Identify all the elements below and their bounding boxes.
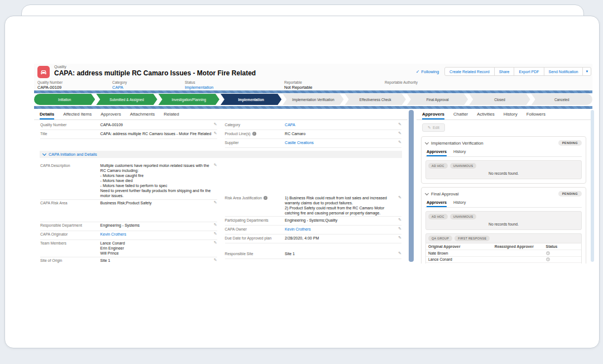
original-approver: Lance Conard xyxy=(428,257,495,261)
summary-value-link[interactable]: Implementation xyxy=(185,85,284,90)
info-icon[interactable]: i xyxy=(264,196,267,200)
field-label: Team Members xyxy=(40,241,100,246)
summary-value-link[interactable]: CAPA xyxy=(112,85,185,90)
field-label: Category xyxy=(225,122,285,128)
field-value: 1) Business Risk could result from lost … xyxy=(285,195,396,215)
edit-button-label: Edit xyxy=(433,126,439,130)
accent-bar-top xyxy=(34,90,592,93)
following-toggle[interactable]: ✓ Following xyxy=(416,69,439,74)
tab-details[interactable]: Details xyxy=(40,112,54,119)
field-value: Business Risk;Product Safety xyxy=(100,200,212,205)
inline-edit-icon[interactable]: ✎ xyxy=(214,131,217,136)
path-stage-implementation-verification[interactable]: Implementation Verification xyxy=(283,94,343,105)
approver-group-badges: QA GROUP FIRST RESPONSE xyxy=(425,233,582,243)
more-actions-button[interactable]: ▾ xyxy=(582,67,591,76)
subtab-approvers[interactable]: Approvers xyxy=(427,149,447,156)
tab-approvers[interactable]: Approvers xyxy=(422,112,444,119)
field-value-link[interactable]: Kevin Crothers xyxy=(100,232,212,237)
export-pdf-button[interactable]: Export PDF xyxy=(514,67,544,76)
field-label: Due Date for Approved plan xyxy=(225,236,285,241)
section-capa-initiation-and-details[interactable]: CAPA Initiation and Details xyxy=(40,151,402,158)
edit-button[interactable]: ✎ Edit xyxy=(422,123,445,132)
approval-card-implementation-verification: Implementation Verification PENDING Appr… xyxy=(421,136,586,184)
car-icon xyxy=(39,68,48,76)
field-label: Risk Area Justificationi xyxy=(225,195,285,201)
inline-edit-icon[interactable]: ✎ xyxy=(214,122,217,127)
first-response-badge: FIRST RESPONSE xyxy=(454,236,490,241)
tab-related[interactable]: Related xyxy=(164,112,179,119)
field-label: Responsible Site xyxy=(225,251,285,257)
inline-edit-icon[interactable]: ✎ xyxy=(214,200,217,205)
object-label: Quality xyxy=(54,65,256,69)
path-stage-final-approval[interactable]: Final Approval xyxy=(407,94,468,105)
tab-history[interactable]: History xyxy=(504,112,518,119)
approval-card-header[interactable]: Implementation Verification PENDING xyxy=(425,140,582,146)
field-value: Engineering - Systems;Quality xyxy=(285,218,396,223)
subtab-approvers[interactable]: Approvers xyxy=(427,200,447,207)
inline-edit-icon[interactable]: ✎ xyxy=(398,140,401,145)
approval-card-header[interactable]: Final Approval PENDING xyxy=(425,191,582,197)
inline-edit-icon[interactable]: ✎ xyxy=(398,195,401,200)
field-value-link[interactable]: Castle Creations xyxy=(285,140,396,145)
tab-affected-items[interactable]: Affected Items xyxy=(63,112,92,119)
subtab-history[interactable]: History xyxy=(453,149,466,156)
path-stage-closed[interactable]: Closed xyxy=(469,94,530,105)
field-value-link[interactable]: CAPA xyxy=(285,122,396,127)
send-notification-button[interactable]: Send Notification xyxy=(544,67,583,76)
tab-activities[interactable]: Activities xyxy=(477,112,495,119)
field-label: Product Line(s)i xyxy=(225,131,285,137)
inline-edit-icon[interactable]: ✎ xyxy=(398,236,401,240)
field-column-left: CAPA Description Multiple customers have… xyxy=(36,162,221,264)
inline-edit-icon[interactable]: ✎ xyxy=(214,241,217,245)
path-stage-canceled[interactable]: Canceled xyxy=(532,94,592,105)
record-detail-panel: Details Affected Items Approvers Attachm… xyxy=(34,109,408,264)
field-row-title: Title CAPA: address multiple RC Camaro I… xyxy=(40,130,217,139)
approval-card-subtabs: Approvers History xyxy=(425,199,582,208)
tab-chatter[interactable]: Chatter xyxy=(453,112,468,119)
field-row-capa-owner: CAPA Owner Kevin Crothers ✎ xyxy=(225,226,402,234)
right-panel-scrollbar[interactable] xyxy=(591,110,594,262)
quality-app-icon xyxy=(37,66,50,78)
path-stage-initiation[interactable]: Initiation xyxy=(34,94,95,105)
approval-type-badges: AD HOC UNANIMOUS xyxy=(428,163,579,169)
inline-edit-icon[interactable]: ✎ xyxy=(398,131,401,136)
empty-state-text: No records found. xyxy=(428,222,579,226)
inline-edit-icon[interactable]: ✎ xyxy=(214,232,217,236)
field-column-right: Risk Area Justificationi 1) Business Ris… xyxy=(221,162,406,264)
field-row-site-of-origin: Site of Origin Site 1 ✎ xyxy=(40,257,217,264)
inline-edit-icon[interactable]: ✎ xyxy=(214,223,217,227)
share-button[interactable]: Share xyxy=(494,67,515,76)
tab-attachments[interactable]: Attachments xyxy=(130,112,155,119)
path-stage-label: Submitted & Assigned xyxy=(109,98,144,102)
empty-state-text: No records found. xyxy=(428,171,579,175)
left-panel-scrollbar[interactable] xyxy=(409,110,414,262)
path-stage-investigation-planning[interactable]: Investigation/Planning xyxy=(159,94,219,105)
status-cell xyxy=(546,251,579,255)
unanimous-badge: UNANIMOUS xyxy=(450,214,477,219)
column-spacer xyxy=(225,162,402,194)
column-spacer xyxy=(225,243,402,250)
create-related-record-button[interactable]: Create Related Record xyxy=(444,67,495,76)
column-header: Status xyxy=(546,245,579,248)
summary-status: Status Implementation xyxy=(185,80,284,90)
inline-edit-icon[interactable]: ✎ xyxy=(398,227,401,231)
field-value: Site 1 xyxy=(285,251,396,256)
summary-reportable: Reportable Not Reportable xyxy=(284,80,385,90)
path-stage-submitted-assigned[interactable]: Submitted & Assigned xyxy=(96,94,157,105)
subtab-history[interactable]: History xyxy=(453,200,466,207)
field-value-link[interactable]: Kevin Crothers xyxy=(285,227,396,232)
field-value: Lance Conard Erin Engineer Will Prince xyxy=(100,241,212,256)
approval-type-badges: AD HOC UNANIMOUS xyxy=(428,214,579,219)
tab-approvers[interactable]: Approvers xyxy=(100,112,121,119)
status-badge: PENDING xyxy=(558,140,582,146)
path-stage-implementation[interactable]: Implementation xyxy=(221,94,281,105)
inline-edit-icon[interactable]: ✎ xyxy=(398,251,401,256)
inline-edit-icon[interactable]: ✎ xyxy=(214,163,217,167)
tab-followers[interactable]: Followers xyxy=(527,112,545,119)
info-icon[interactable]: i xyxy=(252,132,256,136)
record-title-block: Quality CAPA: address multiple RC Camaro… xyxy=(54,65,256,77)
inline-edit-icon[interactable]: ✎ xyxy=(214,258,217,262)
path-stage-effectiveness-check[interactable]: Effectiveness Check xyxy=(345,94,406,105)
inline-edit-icon[interactable]: ✎ xyxy=(398,218,401,222)
inline-edit-icon[interactable]: ✎ xyxy=(398,122,401,127)
